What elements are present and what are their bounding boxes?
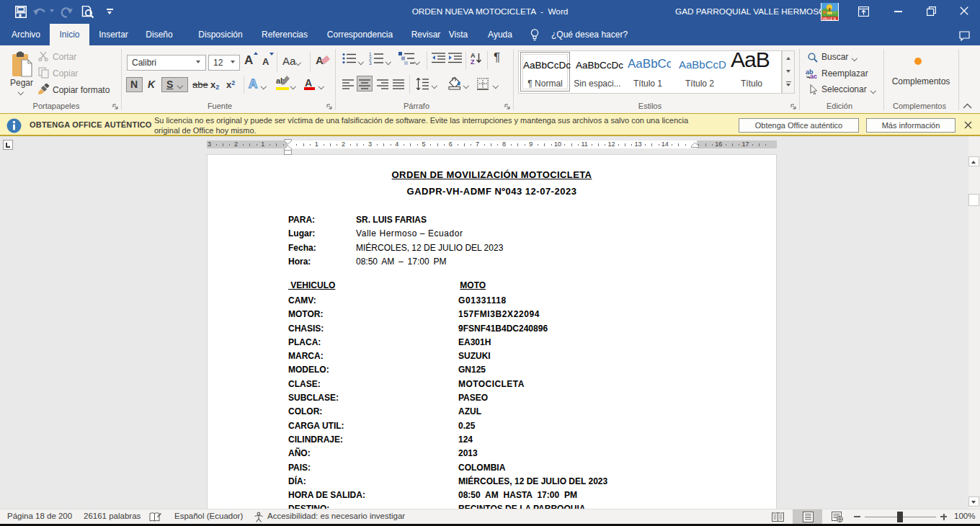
svg-text:VALLE H.: VALLE H. [822,17,837,21]
svg-text:ac: ac [810,73,817,79]
svg-text:3: 3 [369,61,372,65]
svg-text:Z: Z [471,58,475,65]
